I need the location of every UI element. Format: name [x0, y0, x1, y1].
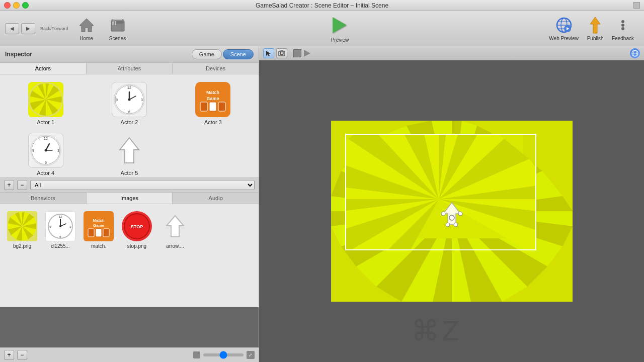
devices-tab[interactable]: Devices	[173, 63, 259, 74]
actor-2-name: Actor 2	[121, 119, 138, 125]
main-toolbar: ◀ ▶ Back/Forward Home Scenes	[0, 11, 644, 46]
audio-tab[interactable]: Audio	[173, 193, 259, 204]
publish-label: Publish	[587, 36, 604, 41]
selected-actor[interactable]	[434, 199, 469, 235]
right-toolbar: Web Preview Publish Feedback	[549, 16, 634, 41]
actor-thumb-4: 12 3 6 9	[28, 133, 63, 168]
svg-point-159	[449, 215, 454, 220]
actor-thumb-5	[112, 133, 147, 168]
svg-marker-0	[79, 19, 94, 32]
feedback-item[interactable]: Feedback	[612, 16, 634, 41]
image-item-arrow[interactable]: arrow....	[158, 209, 192, 302]
image-item-match[interactable]: Match Game match.	[82, 209, 116, 302]
inspector-title: Inspector	[5, 51, 32, 58]
publish-item[interactable]: Publish	[586, 16, 604, 41]
minimize-button[interactable]	[13, 2, 20, 9]
svg-point-85	[59, 225, 61, 227]
actor-1-name: Actor 1	[37, 119, 54, 125]
left-panel: Inspector Game Scene Actors Attributes D…	[0, 46, 259, 362]
add-image-button[interactable]: +	[4, 350, 14, 360]
scene-toolbar-right	[630, 48, 640, 58]
zoom-fullscreen-icon[interactable]: ⤢	[247, 351, 255, 359]
svg-point-45	[128, 99, 130, 101]
remove-actor-button[interactable]: −	[17, 180, 27, 190]
svg-text:Match: Match	[93, 218, 104, 223]
game-tab[interactable]: Game	[192, 49, 222, 59]
resize-icon[interactable]	[633, 2, 640, 9]
svg-text:9: 9	[116, 98, 118, 102]
images-tab[interactable]: Images	[87, 193, 173, 204]
actor-item-3[interactable]: Match Game Actor 3	[173, 79, 254, 128]
forward-button[interactable]: ▶	[21, 23, 35, 34]
stop-button[interactable]	[293, 49, 301, 57]
select-tool-button[interactable]	[263, 48, 274, 58]
filter-dropdown[interactable]: All Behaviors Images Audio	[30, 180, 255, 190]
scenes-label: Scenes	[109, 36, 126, 41]
image-item-bg2[interactable]: bg2.png	[5, 209, 39, 302]
maximize-button[interactable]	[22, 2, 29, 9]
svg-text:3: 3	[57, 149, 59, 152]
scenes-toolbar-item[interactable]: Scenes	[105, 14, 131, 43]
titlebar: GameSalad Creator : Scene Editor – Initi…	[0, 0, 644, 11]
svg-marker-95	[266, 51, 271, 56]
actor-thumb-1	[28, 82, 63, 117]
bottom-panel-footer: + − ⤢	[0, 347, 259, 362]
actor-item-1[interactable]: Actor 1	[5, 79, 86, 128]
image-item-clock[interactable]: 12 3 6 9 cl1255...	[43, 209, 77, 302]
web-preview-icon	[555, 16, 573, 34]
scene-playback-controls	[293, 49, 310, 57]
svg-point-155	[441, 212, 445, 216]
back-button[interactable]: ◀	[5, 23, 19, 34]
svg-point-16	[621, 20, 624, 23]
svg-text:3: 3	[141, 98, 143, 102]
svg-marker-61	[120, 138, 139, 163]
attributes-tab[interactable]: Attributes	[87, 63, 173, 74]
image-1-name: bg2.png	[13, 243, 31, 249]
actors-bottom-toolbar: + − All Behaviors Images Audio	[0, 177, 259, 193]
home-label: Home	[79, 36, 93, 41]
scene-outer-area	[331, 121, 573, 302]
actor-5-name: Actor 5	[121, 170, 138, 176]
cmd-symbol: ⌘	[411, 315, 442, 346]
svg-point-158	[454, 223, 458, 227]
window-title: GameSalad Creator : Scene Editor – Initi…	[256, 2, 388, 9]
behaviors-tab[interactable]: Behaviors	[0, 193, 87, 204]
zoom-slider[interactable]	[203, 353, 244, 356]
scene-tab[interactable]: Scene	[223, 49, 254, 59]
svg-text:STOP: STOP	[131, 224, 143, 229]
image-item-stop[interactable]: STOP stop.png	[120, 209, 154, 302]
scenes-icon	[109, 16, 127, 34]
svg-marker-154	[443, 203, 460, 225]
actor-thumb-2: 12 3 6 9	[112, 82, 147, 117]
actor-item-2[interactable]: 12 3 6 9 Actor 2	[89, 79, 170, 128]
actor-item-5[interactable]: Actor 5	[89, 130, 170, 177]
feedback-label: Feedback	[612, 36, 634, 41]
web-preview-item[interactable]: Web Preview	[549, 16, 579, 41]
close-button[interactable]	[4, 2, 11, 9]
camera-tool-button[interactable]	[276, 48, 287, 58]
view-toggle-icon[interactable]	[630, 48, 640, 58]
traffic-lights	[4, 2, 29, 9]
zoom-reset-icon[interactable]	[193, 351, 200, 358]
svg-point-157	[446, 223, 450, 227]
main-content: Inspector Game Scene Actors Attributes D…	[0, 46, 644, 362]
add-actor-button[interactable]: +	[4, 180, 14, 190]
svg-marker-94	[167, 216, 184, 237]
svg-rect-91	[103, 229, 109, 237]
actor-3-name: Actor 3	[204, 119, 222, 125]
home-toolbar-item[interactable]: Home	[73, 14, 100, 43]
svg-text:12: 12	[44, 137, 48, 140]
remove-image-button[interactable]: −	[17, 350, 27, 360]
actors-tab[interactable]: Actors	[0, 63, 87, 74]
inspector-header: Inspector Game Scene	[0, 46, 259, 63]
actor-item-4[interactable]: 12 3 6 9 Actor 4	[5, 130, 86, 177]
play-button[interactable]	[304, 50, 310, 57]
preview-button[interactable]	[329, 14, 351, 36]
svg-text:Game: Game	[93, 223, 105, 228]
play-triangle-icon	[333, 17, 347, 33]
images-grid: bg2.png 12 3 6 9 cl1255...	[0, 204, 259, 307]
image-2-name: cl1255...	[51, 243, 70, 249]
scene-canvas: ⌘Z	[259, 60, 644, 362]
svg-point-97	[280, 52, 283, 55]
home-icon	[77, 16, 96, 34]
